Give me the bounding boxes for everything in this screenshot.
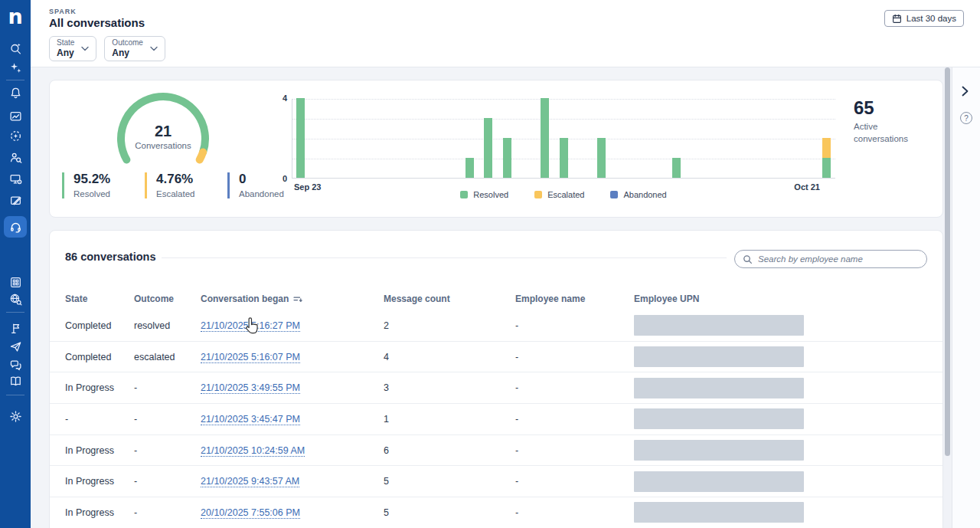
employee-upn-redacted	[634, 408, 804, 429]
conversation-link[interactable]: 21/10/2025 3:45:47 PM	[201, 414, 300, 425]
sidebar-item-surveys[interactable]	[0, 194, 31, 207]
filter-outcome-value: Any	[112, 48, 143, 58]
title-divider	[162, 257, 727, 258]
sidebar-item-remote-actions[interactable]	[0, 340, 31, 353]
active-conversations: 65 Active conversations	[854, 97, 938, 145]
cell-state: Completed	[65, 320, 134, 331]
table-header: State Outcome Conversation began Message…	[50, 290, 942, 307]
stat-abandoned: 0 Abandoned	[227, 172, 289, 198]
cell-employee-name: -	[515, 382, 634, 393]
cell-outcome: -	[134, 507, 201, 518]
date-range-button[interactable]: Last 30 days	[884, 10, 964, 27]
summary-card: 21 Conversations 95.2% Resolved 4.76% Es…	[49, 80, 943, 218]
conversation-link[interactable]: 21/10/2025 3:49:55 PM	[201, 382, 300, 394]
sidebar-divider	[6, 312, 24, 313]
sidebar-logo[interactable]: n	[0, 6, 31, 27]
cell-state: In Progress	[65, 445, 134, 456]
conversation-link[interactable]: 21/10/2025 5:16:27 PM	[201, 320, 300, 332]
sidebar-item-library[interactable]	[0, 375, 31, 388]
sidebar-item-campaigns[interactable]	[0, 322, 31, 335]
sidebar-divider	[6, 395, 24, 395]
sidebar-item-applications[interactable]	[0, 276, 31, 289]
stat-abandoned-value: 0	[239, 172, 289, 187]
sidebar-item-engage[interactable]	[0, 359, 31, 372]
cell-outcome: escalated	[134, 352, 201, 362]
sidebar-item-spark-assistant[interactable]	[0, 221, 31, 234]
campaign-flag-icon	[9, 322, 22, 335]
table-row: Completed resolved 21/10/2025 5:16:27 PM…	[50, 310, 942, 342]
conversation-link[interactable]: 21/10/2025 10:24:59 AM	[201, 445, 305, 457]
date-range-label: Last 30 days	[906, 14, 956, 23]
filter-outcome[interactable]: Outcome Any	[104, 36, 165, 61]
filter-state-value: Any	[57, 48, 74, 58]
sidebar-item-ai-search[interactable]	[0, 42, 31, 55]
cell-message-count: 1	[384, 414, 515, 425]
col-conversation-began[interactable]: Conversation began	[201, 294, 384, 304]
nexthink-logo: n	[8, 6, 22, 27]
headset-icon	[9, 221, 22, 234]
legend-swatch-abandoned	[610, 191, 618, 198]
summary-stats: 95.2% Resolved 4.76% Escalated 0 Abandon…	[50, 172, 289, 198]
sidebar-item-notifications[interactable]	[0, 87, 31, 100]
collapse-panel-button[interactable]	[962, 86, 969, 100]
filter-state[interactable]: State Any	[49, 36, 96, 61]
legend-swatch-escalated	[534, 191, 542, 198]
stat-escalated: 4.76% Escalated	[145, 172, 206, 198]
sidebar-item-sparkles[interactable]	[0, 61, 31, 74]
col-employee-name[interactable]: Employee name	[515, 294, 634, 304]
sidebar-item-settings[interactable]	[0, 410, 31, 423]
ai-search-icon	[9, 42, 22, 55]
search-input[interactable]	[758, 254, 919, 264]
bar-chart-plot: 4 0 Sep 23 Oct 21	[292, 99, 835, 179]
legend-swatch-resolved	[460, 191, 468, 198]
chevron-down-icon	[150, 46, 158, 51]
conversation-link[interactable]: 21/10/2025 5:16:07 PM	[201, 352, 300, 363]
vertical-scrollbar-thumb[interactable]	[945, 67, 950, 456]
table-row: - - 21/10/2025 3:45:47 PM 1 -	[50, 404, 942, 435]
bar-resolved-oct-6	[541, 98, 549, 178]
conversation-link[interactable]: 21/10/2025 9:43:57 AM	[201, 476, 299, 487]
cell-message-count: 6	[384, 445, 515, 456]
table-title: 86 conversations	[65, 251, 155, 263]
col-message-count[interactable]: Message count	[384, 294, 515, 304]
sparkle-circle-icon	[9, 130, 22, 143]
main-content: 21 Conversations 95.2% Resolved 4.76% Es…	[31, 67, 943, 528]
employee-upn-redacted	[634, 346, 804, 367]
sidebar-item-web-monitoring[interactable]	[0, 293, 31, 306]
bell-icon	[9, 87, 22, 100]
col-employee-upn[interactable]: Employee UPN	[634, 294, 927, 304]
cell-message-count: 3	[384, 382, 515, 393]
col-state[interactable]: State	[65, 294, 134, 304]
chart-legend: Resolved Escalated Abandoned	[292, 190, 835, 199]
sidebar-item-dashboards[interactable]	[0, 110, 31, 123]
sidebar-divider	[6, 80, 24, 80]
gridline-4	[292, 99, 835, 100]
sidebar-item-automation[interactable]	[0, 130, 31, 143]
gear-icon	[9, 410, 22, 423]
sidebar-item-employee-search[interactable]	[0, 151, 31, 164]
chevron-down-icon	[81, 46, 89, 51]
table-row: In Progress - 21/10/2025 9:43:57 AM 5 -	[50, 466, 942, 497]
cell-employee-name: -	[515, 507, 634, 518]
bar-resolved-oct-7	[560, 138, 568, 178]
conversation-link[interactable]: 20/10/2025 7:55:06 PM	[201, 507, 300, 519]
cell-state: In Progress	[65, 382, 134, 393]
sidebar-item-device-management[interactable]	[0, 172, 31, 185]
employee-upn-redacted	[634, 440, 804, 461]
monitor-gear-icon	[9, 172, 22, 185]
book-icon	[9, 375, 22, 388]
bar-resolved-oct-2	[466, 158, 474, 178]
help-button[interactable]: ?	[960, 112, 972, 124]
stat-abandoned-label: Abandoned	[239, 189, 289, 198]
y-axis-tick-min: 0	[283, 174, 287, 183]
person-search-icon	[9, 151, 22, 164]
col-outcome[interactable]: Outcome	[134, 294, 201, 304]
stat-escalated-label: Escalated	[156, 189, 206, 198]
dashboard-icon	[9, 110, 22, 123]
gauge-segment-resolved	[121, 97, 205, 160]
table-row: In Progress - 21/10/2025 3:49:55 PM 3 -	[50, 372, 942, 404]
legend-item-resolved: Resolved	[460, 190, 508, 199]
conversations-card: 86 conversations State Outcome Conversat…	[49, 230, 943, 528]
table-row: Completed escalated 21/10/2025 5:16:07 P…	[50, 342, 942, 373]
employee-search[interactable]	[734, 250, 927, 268]
